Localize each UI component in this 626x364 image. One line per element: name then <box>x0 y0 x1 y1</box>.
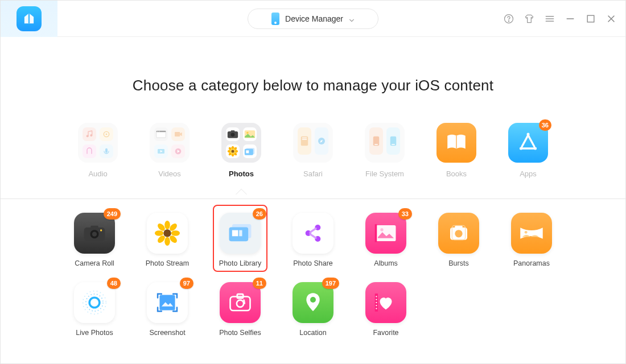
svg-rect-12 <box>175 132 180 136</box>
books-icon <box>436 123 476 163</box>
app-logo-icon <box>17 6 42 31</box>
bursts-icon <box>438 213 479 254</box>
svg-rect-61 <box>239 230 242 237</box>
close-button[interactable] <box>605 13 617 25</box>
subitem-live-photos[interactable]: 48 Live Photos <box>58 282 131 337</box>
subitem-label: Camera Roll <box>75 259 114 267</box>
svg-rect-69 <box>455 226 462 230</box>
device-manager-label: Device Manager <box>285 14 343 23</box>
subitem-bursts[interactable]: Bursts <box>422 213 495 267</box>
svg-point-21 <box>232 150 234 153</box>
subitem-screenshot[interactable]: 97 Screenshot <box>131 282 204 337</box>
svg-point-23 <box>232 154 234 156</box>
chevron-down-icon <box>349 16 355 22</box>
svg-rect-32 <box>246 150 249 153</box>
count-badge: 26 <box>253 208 266 220</box>
subitem-panoramas[interactable]: Panoramas <box>495 213 568 267</box>
svg-rect-17 <box>231 130 235 132</box>
category-label: File System <box>365 169 404 178</box>
svg-point-47 <box>92 232 97 237</box>
svg-rect-31 <box>245 149 253 155</box>
category-label: Videos <box>158 169 181 178</box>
window-controls <box>503 13 617 25</box>
svg-rect-7 <box>105 148 108 153</box>
svg-rect-58 <box>232 224 252 238</box>
svg-point-85 <box>376 305 377 306</box>
device-manager-dropdown[interactable]: Device Manager <box>248 9 378 29</box>
app-window: Device Manager <box>0 0 626 364</box>
skins-icon[interactable] <box>523 13 536 25</box>
subitem-label: Photo Stream <box>146 259 189 267</box>
svg-rect-76 <box>159 295 175 310</box>
svg-point-72 <box>525 231 528 234</box>
svg-point-50 <box>164 221 170 229</box>
svg-point-25 <box>235 150 238 152</box>
svg-rect-38 <box>374 144 378 145</box>
svg-rect-59 <box>229 227 249 241</box>
subitem-label: Albums <box>374 259 398 267</box>
svg-point-80 <box>310 297 316 303</box>
safari-folder-icon <box>293 123 333 163</box>
count-badge: 11 <box>253 278 266 289</box>
live-photos-icon <box>74 282 115 323</box>
category-audio[interactable]: Audio <box>78 123 118 178</box>
subitem-photo-selfies[interactable]: 11 Photo Selfies <box>204 282 277 337</box>
svg-point-4 <box>90 134 92 136</box>
panoramas-icon <box>511 213 552 254</box>
subitem-label: Photo Selfies <box>219 329 261 337</box>
subitem-photo-library[interactable]: 26 Photo Library <box>204 213 277 267</box>
photo-stream-icon <box>147 213 188 254</box>
apps-badge: 36 <box>539 119 551 131</box>
svg-point-52 <box>155 230 163 236</box>
svg-point-73 <box>89 297 100 308</box>
count-badge: 48 <box>107 278 121 289</box>
category-label: Safari <box>303 169 323 178</box>
svg-point-22 <box>232 146 234 149</box>
minimize-button[interactable] <box>564 13 576 25</box>
svg-point-82 <box>376 296 377 297</box>
category-safari[interactable]: Safari <box>293 123 333 178</box>
subitem-label: Favorite <box>373 329 398 337</box>
category-label: Apps <box>520 169 537 178</box>
svg-point-79 <box>237 300 244 307</box>
category-photos[interactable]: Photos <box>221 123 261 178</box>
svg-rect-35 <box>302 139 307 140</box>
subitem-photo-stream[interactable]: Photo Stream <box>131 213 204 267</box>
svg-point-19 <box>246 132 249 134</box>
svg-point-42 <box>520 147 522 150</box>
svg-point-83 <box>376 299 377 300</box>
category-file-system[interactable]: File System <box>365 123 405 178</box>
count-badge: 33 <box>398 208 412 220</box>
svg-point-11 <box>159 131 159 132</box>
subcategory-panel: 249 Camera Roll Photo Stream <box>1 198 625 363</box>
svg-point-86 <box>376 308 377 309</box>
subitem-label: Bursts <box>448 259 468 267</box>
svg-point-43 <box>534 147 537 150</box>
svg-point-6 <box>106 134 108 135</box>
subitem-albums[interactable]: 33 Albums <box>349 213 422 267</box>
phone-icon <box>271 13 279 25</box>
svg-rect-45 <box>90 226 98 230</box>
category-videos[interactable]: Videos <box>150 123 190 178</box>
help-icon[interactable] <box>503 13 515 25</box>
category-apps[interactable]: 36 Apps <box>508 123 548 178</box>
subitem-location[interactable]: 197 Location <box>277 282 349 337</box>
maximize-button[interactable] <box>584 13 597 25</box>
subitem-photo-share[interactable]: Photo Share <box>277 213 349 267</box>
svg-point-24 <box>228 150 230 152</box>
audio-folder-icon <box>78 123 118 163</box>
app-logo-area <box>1 1 57 37</box>
subcategory-grid: 249 Camera Roll Photo Stream <box>1 213 625 337</box>
menu-icon[interactable] <box>543 13 556 25</box>
subitem-camera-roll[interactable]: 249 Camera Roll <box>58 213 131 267</box>
subitem-favorite[interactable]: Favorite <box>349 282 422 337</box>
svg-point-10 <box>157 131 158 132</box>
svg-point-1 <box>508 20 509 22</box>
category-row: Audio Videos Photos <box>1 123 625 178</box>
svg-point-70 <box>455 230 462 237</box>
photo-share-icon <box>293 213 333 254</box>
category-books[interactable]: Books <box>436 123 476 178</box>
albums-icon <box>365 213 406 254</box>
svg-point-66 <box>380 228 383 231</box>
subitem-label: Location <box>299 329 326 337</box>
